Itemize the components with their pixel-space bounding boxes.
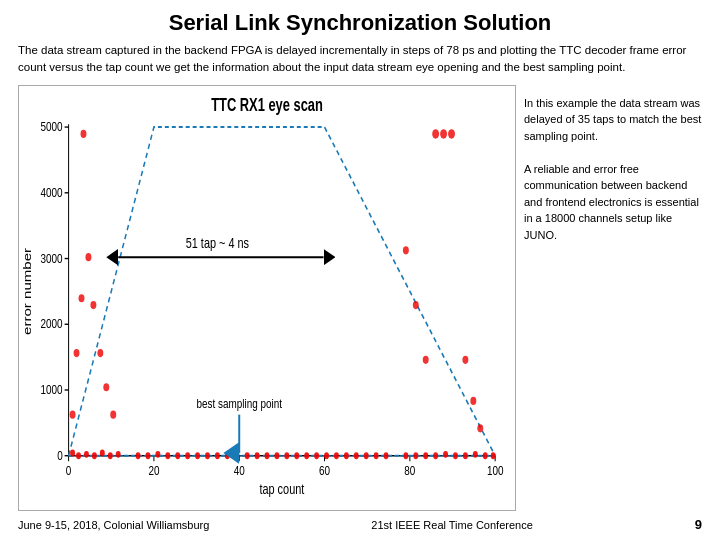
svg-text:TTC RX1 eye scan: TTC RX1 eye scan: [211, 94, 323, 113]
svg-text:0: 0: [57, 447, 63, 463]
svg-point-61: [225, 452, 230, 459]
svg-point-43: [470, 396, 476, 404]
svg-point-83: [453, 452, 458, 459]
svg-point-58: [195, 452, 200, 459]
svg-text:4000: 4000: [41, 184, 63, 200]
svg-point-57: [185, 452, 190, 459]
svg-point-72: [334, 452, 339, 459]
svg-text:best sampling point: best sampling point: [197, 395, 283, 411]
svg-point-80: [423, 452, 428, 459]
svg-point-68: [294, 452, 299, 459]
svg-point-73: [344, 452, 349, 459]
footer-left: June 9-15, 2018, Colonial Williamsburg: [18, 519, 209, 531]
svg-point-30: [70, 410, 76, 418]
svg-point-79: [413, 452, 418, 459]
svg-point-78: [403, 452, 408, 459]
svg-point-41: [448, 129, 455, 139]
svg-point-65: [265, 452, 270, 459]
footer: June 9-15, 2018, Colonial Williamsburg 2…: [18, 517, 702, 532]
svg-text:40: 40: [234, 462, 245, 478]
svg-point-33: [85, 253, 91, 261]
svg-text:51 tap ~ 4 ns: 51 tap ~ 4 ns: [186, 233, 250, 250]
svg-point-84: [463, 452, 468, 459]
page-number: 9: [695, 517, 702, 532]
svg-point-52: [136, 452, 141, 459]
svg-point-62: [235, 452, 240, 459]
svg-point-55: [165, 452, 170, 459]
svg-point-81: [433, 452, 438, 459]
svg-point-46: [76, 452, 81, 459]
svg-point-87: [491, 452, 496, 459]
svg-text:tap count: tap count: [259, 480, 304, 497]
page-title: Serial Link Synchronization Solution: [18, 10, 702, 36]
svg-point-42: [462, 355, 468, 363]
svg-point-67: [284, 452, 289, 459]
svg-point-69: [304, 452, 309, 459]
svg-point-44: [477, 424, 483, 432]
svg-point-64: [255, 452, 260, 459]
svg-point-86: [483, 452, 488, 459]
page: Serial Link Synchronization Solution The…: [0, 0, 720, 540]
svg-point-51: [116, 450, 121, 457]
svg-point-50: [108, 452, 113, 459]
svg-point-90: [423, 355, 429, 363]
svg-point-32: [79, 294, 85, 302]
svg-point-66: [274, 452, 279, 459]
sidebar-description: In this example the data stream was dela…: [524, 85, 702, 512]
svg-point-59: [205, 452, 210, 459]
svg-point-38: [81, 129, 87, 137]
svg-point-34: [90, 300, 96, 308]
svg-text:0: 0: [66, 462, 72, 478]
svg-point-76: [374, 452, 379, 459]
svg-point-70: [314, 452, 319, 459]
svg-point-47: [84, 450, 89, 457]
svg-point-89: [413, 300, 419, 308]
svg-text:60: 60: [319, 462, 330, 478]
chart-area: TTC RX1 eye scan 0 20 40 60 80 100: [18, 85, 516, 512]
svg-text:80: 80: [404, 462, 415, 478]
svg-point-56: [175, 452, 180, 459]
svg-point-40: [440, 129, 447, 139]
svg-point-75: [364, 452, 369, 459]
svg-text:5000: 5000: [41, 118, 63, 134]
description-text: The data stream captured in the backend …: [18, 42, 702, 77]
svg-text:1000: 1000: [41, 381, 63, 397]
content-row: TTC RX1 eye scan 0 20 40 60 80 100: [18, 85, 702, 512]
svg-point-82: [443, 450, 448, 457]
svg-point-53: [145, 452, 150, 459]
svg-point-48: [92, 452, 97, 459]
svg-point-54: [155, 450, 160, 457]
svg-point-39: [432, 129, 439, 139]
svg-point-60: [215, 452, 220, 459]
svg-text:2000: 2000: [41, 315, 63, 331]
svg-point-31: [74, 348, 80, 356]
svg-point-71: [324, 452, 329, 459]
svg-point-35: [97, 348, 103, 356]
footer-center: 21st IEEE Real Time Conference: [371, 519, 532, 531]
svg-point-85: [473, 450, 478, 457]
svg-text:20: 20: [148, 462, 159, 478]
svg-point-36: [103, 383, 109, 391]
svg-rect-0: [19, 86, 515, 511]
svg-text:3000: 3000: [41, 250, 63, 266]
svg-point-37: [110, 410, 116, 418]
chart-svg: TTC RX1 eye scan 0 20 40 60 80 100: [19, 86, 515, 511]
svg-point-45: [70, 449, 75, 456]
sidebar-text-content: In this example the data stream was dela…: [524, 97, 701, 241]
svg-text:100: 100: [487, 462, 504, 478]
svg-point-74: [354, 452, 359, 459]
svg-text:error number: error number: [21, 247, 33, 335]
svg-point-88: [403, 246, 409, 254]
svg-point-63: [245, 452, 250, 459]
svg-point-49: [100, 449, 105, 456]
svg-point-77: [384, 452, 389, 459]
